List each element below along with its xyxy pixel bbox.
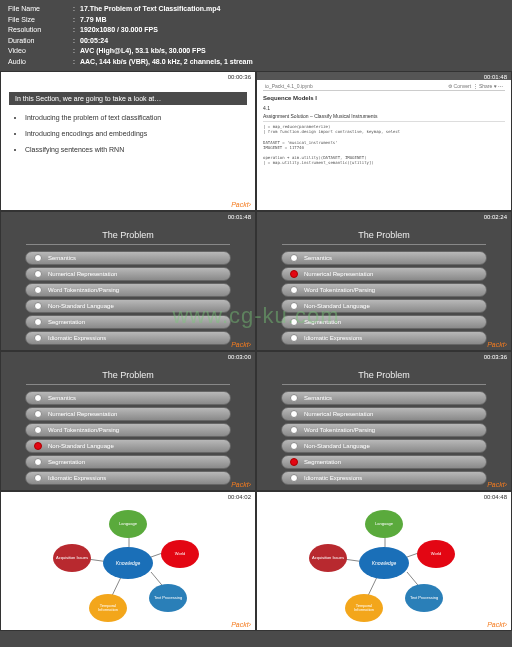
info-label: File Name [8, 4, 68, 15]
pill-item: Segmentation [25, 315, 231, 329]
thumbnail-7[interactable]: 00:04:02 Knowledge LanguageWorldText Pro… [0, 491, 256, 631]
pill-label: Semantics [48, 255, 76, 261]
info-label: File Size [8, 15, 68, 26]
pill-label: Non-Standard Language [304, 303, 370, 309]
thumbnail-3[interactable]: 00:01:48 The Problem SemanticsNumerical … [0, 211, 256, 351]
code-cell: | = map_reduce(parameterize) | from func… [263, 124, 505, 166]
pill-dot-icon [34, 458, 42, 466]
timestamp: 00:01:48 [228, 214, 251, 220]
pill-item: Idiomatic Expressions [25, 471, 231, 485]
thumbnail-5[interactable]: 00:03:00 The Problem SemanticsNumerical … [0, 351, 256, 491]
pill-label: Numerical Representation [48, 271, 117, 277]
pill-dot-icon [290, 286, 298, 294]
pill-item: Idiomatic Expressions [25, 331, 231, 345]
pill-label: Segmentation [48, 319, 85, 325]
pill-dot-icon [34, 410, 42, 418]
info-value: 17.The Problem of Text Classification.mp… [80, 4, 220, 15]
info-label: Resolution [8, 25, 68, 36]
info-value: 7.79 MB [80, 15, 106, 26]
pill-dot-icon [34, 254, 42, 262]
pill-dot-icon [290, 394, 298, 402]
diagram-node: Temporal Information [345, 594, 383, 622]
pill-dot-icon [290, 254, 298, 262]
diagram-node: Temporal Information [89, 594, 127, 622]
timestamp: 00:04:02 [228, 494, 251, 500]
pill-item: Non-Standard Language [25, 439, 231, 453]
thumbnail-grid: 00:00:36 In this Section, we are going t… [0, 71, 512, 631]
diagram-node: Language [365, 510, 403, 538]
thumbnail-1[interactable]: 00:00:36 In this Section, we are going t… [0, 71, 256, 211]
info-label: Duration [8, 36, 68, 47]
pill-item: Non-Standard Language [281, 439, 487, 453]
timestamp: 00:04:48 [484, 494, 507, 500]
pill-item: Semantics [281, 251, 487, 265]
pill-item: Non-Standard Language [281, 299, 487, 313]
publisher-logo: Packt› [231, 341, 251, 348]
info-value: AVC (High@L4), 53.1 kb/s, 30.000 FPS [80, 46, 206, 57]
timestamp: 00:00:36 [228, 74, 251, 80]
publisher-logo: Packt› [487, 341, 507, 348]
pill-label: Segmentation [304, 319, 341, 325]
pill-dot-icon [34, 334, 42, 342]
pill-dot-icon [34, 302, 42, 310]
publisher-logo: Packt› [487, 621, 507, 628]
pill-dot-icon [290, 334, 298, 342]
diagram-node: Text Processing [405, 584, 443, 612]
publisher-logo: Packt› [231, 201, 251, 208]
pill-label: Non-Standard Language [48, 303, 114, 309]
slide-title: The Problem [15, 370, 241, 380]
diagram-node: Acquisition Issues [53, 544, 91, 572]
pill-item: Idiomatic Expressions [281, 471, 487, 485]
info-label: Audio [8, 57, 68, 68]
pill-label: Numerical Representation [48, 411, 117, 417]
bullet-list: Introducing the problem of text classifi… [1, 111, 255, 157]
pill-dot-icon [290, 410, 298, 418]
timestamp: 00:03:00 [228, 354, 251, 360]
info-label: Video [8, 46, 68, 57]
pill-item: Word Tokenization/Parsing [281, 283, 487, 297]
diagram-node: World [417, 540, 455, 568]
pill-item: Segmentation [25, 455, 231, 469]
slide-title: The Problem [271, 230, 497, 240]
pill-item: Word Tokenization/Parsing [281, 423, 487, 437]
thumbnail-4[interactable]: 00:02:24 The Problem SemanticsNumerical … [256, 211, 512, 351]
knowledge-diagram: Knowledge LanguageWorldText ProcessingTe… [1, 492, 255, 630]
pill-item: Idiomatic Expressions [281, 331, 487, 345]
pill-item: Segmentation [281, 455, 487, 469]
center-node: Knowledge [103, 547, 153, 579]
pill-item: Numerical Representation [281, 407, 487, 421]
pill-item: Segmentation [281, 315, 487, 329]
pill-item: Non-Standard Language [25, 299, 231, 313]
pill-dot-icon [290, 426, 298, 434]
thumbnail-6[interactable]: 00:03:36 The Problem SemanticsNumerical … [256, 351, 512, 491]
thumbnail-8[interactable]: 00:04:48 Knowledge LanguageWorldText Pro… [256, 491, 512, 631]
notebook-title: Sequence Models I [263, 95, 505, 101]
pill-label: Semantics [304, 395, 332, 401]
pill-item: Numerical Representation [281, 267, 487, 281]
diagram-node: Language [109, 510, 147, 538]
pill-dot-icon [34, 426, 42, 434]
pill-label: Semantics [304, 255, 332, 261]
pill-label: Idiomatic Expressions [304, 475, 362, 481]
publisher-logo: Packt› [231, 481, 251, 488]
slide-title: The Problem [15, 230, 241, 240]
knowledge-diagram: Knowledge LanguageWorldText ProcessingTe… [257, 492, 511, 630]
pill-dot-icon [34, 286, 42, 294]
pill-dot-icon [34, 442, 42, 450]
pill-label: Segmentation [48, 459, 85, 465]
pill-dot-icon [290, 270, 298, 278]
pill-dot-icon [290, 442, 298, 450]
notebook-path: io_Packt_4.1_0.ipynb [265, 83, 313, 89]
timestamp: 00:03:36 [484, 354, 507, 360]
notebook-section: 4.1 [263, 105, 505, 111]
pill-dot-icon [290, 474, 298, 482]
pill-label: Word Tokenization/Parsing [48, 427, 119, 433]
pill-item: Semantics [25, 391, 231, 405]
pill-item: Semantics [25, 251, 231, 265]
diagram-node: Acquisition Issues [309, 544, 347, 572]
pill-label: Word Tokenization/Parsing [304, 427, 375, 433]
pill-item: Word Tokenization/Parsing [25, 283, 231, 297]
thumbnail-2[interactable]: 00:01:48 io_Packt_4.1_0.ipynb⚙ Convert ⋮… [256, 71, 512, 211]
pill-dot-icon [290, 458, 298, 466]
pill-label: Idiomatic Expressions [48, 335, 106, 341]
